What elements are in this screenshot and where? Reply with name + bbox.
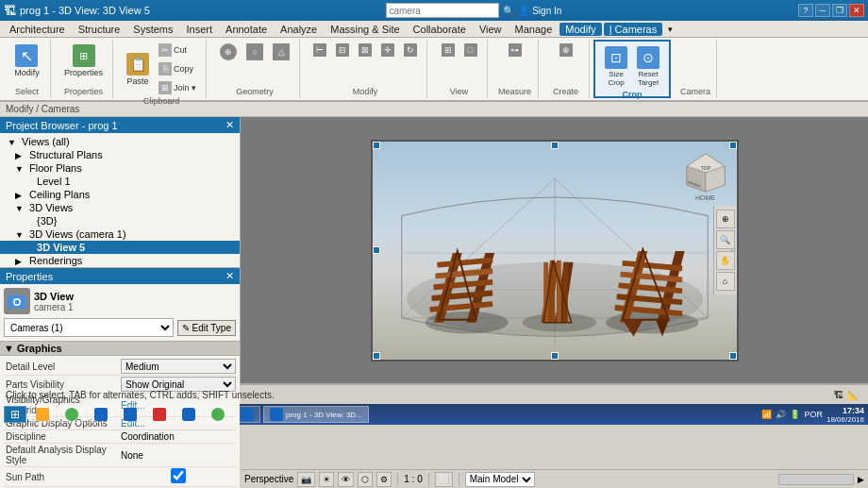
prop-row-sunpath: Sun Path [4, 467, 236, 487]
taskbar-revit[interactable] [88, 406, 114, 423]
properties-panel-close-icon[interactable]: ✕ [225, 270, 234, 282]
create-btn[interactable]: ⊕ [556, 42, 576, 59]
viewport-btn-sun[interactable]: ☀ [319, 472, 334, 487]
crop-handle-left[interactable] [373, 246, 380, 254]
vp-expand-icon[interactable]: ▶ [858, 475, 864, 484]
menu-modify[interactable]: Modify [559, 23, 601, 36]
prop-value-discipline: Coordination [117, 431, 236, 442]
properties-button[interactable]: ⊞ Properties [60, 42, 107, 80]
taskbar-chrome2[interactable] [205, 406, 231, 423]
menu-view[interactable]: View [474, 23, 508, 36]
geom-btn-3[interactable]: △ [269, 42, 293, 62]
viewport-btn-detail[interactable]: ⬜ [435, 472, 453, 487]
taskbar-active-revit[interactable]: prog 1 - 3D View: 3D... [263, 406, 369, 423]
move-button[interactable]: ✛ [377, 42, 398, 59]
tree-item-3dviews-cam[interactable]: ▼ 3D Views (camera 1) [0, 227, 240, 241]
tree-item-3dviews[interactable]: ▼ 3D Views [0, 201, 240, 214]
cut-button[interactable]: ✂ Cut [155, 42, 200, 59]
prop-value-sunpath[interactable] [117, 468, 236, 485]
viewport-btn-visibility[interactable]: 👁 [338, 472, 354, 487]
search-icon[interactable]: 🔍 [503, 6, 514, 16]
crop-handle-bottom[interactable] [551, 352, 559, 360]
crop-handle-top[interactable] [551, 142, 559, 149]
measure-btn[interactable]: ⊶ [505, 42, 526, 59]
viewport[interactable]: TOP FRONT HOME ⊕ 🔍 ✋ ⌂ [241, 117, 868, 383]
ribbon-group-crop-buttons: ⊡ SizeCrop ⊙ ResetTarget [601, 43, 663, 90]
tree-item-floor[interactable]: ▼ Floor Plans [0, 161, 240, 175]
align-button[interactable]: ⊢ [309, 42, 330, 59]
menu-manage[interactable]: Manage [509, 23, 559, 36]
tree-item-ceiling[interactable]: ▶ Ceiling Plans [0, 188, 240, 201]
tree-item-3dview5[interactable]: 3D View 5 [0, 241, 240, 254]
size-crop-button[interactable]: ⊡ SizeCrop [601, 43, 631, 90]
detail-level-select[interactable]: Medium [121, 359, 236, 374]
sunpath-checkbox[interactable] [121, 468, 236, 483]
geom-btn-2[interactable]: ○ [242, 42, 267, 62]
geom-btn-1[interactable]: ⊕ [216, 42, 241, 62]
taskbar-word[interactable] [234, 406, 260, 423]
menu-massing[interactable]: Massing & Site [325, 23, 405, 36]
minimize-button[interactable]: ─ [815, 4, 830, 17]
viewport-btn-camera[interactable]: 📷 [297, 472, 315, 487]
paste-button[interactable]: 📋 Paste [123, 50, 153, 89]
nav-zoom-button[interactable]: 🔍 [716, 230, 735, 249]
crop-handle-topright[interactable] [729, 142, 737, 149]
nav-home-button[interactable]: ⌂ [716, 272, 735, 291]
mirror-button[interactable]: ⊠ [355, 42, 376, 59]
taskbar-chrome[interactable] [58, 406, 85, 423]
view-btn-2[interactable]: □ [460, 42, 481, 59]
tree-toggle-renderings: ▶ [15, 257, 26, 266]
modify-button[interactable]: ↖ Modify [10, 42, 43, 80]
group-title-geometry: Geometry [236, 87, 274, 96]
tree-item-structural[interactable]: ▶ Structural Plans [0, 148, 240, 161]
tree-item-renderings[interactable]: ▶ Renderings [0, 254, 240, 267]
taskbar-explorer[interactable] [29, 406, 56, 423]
menu-insert[interactable]: Insert [181, 23, 219, 36]
crop-handle-topleft[interactable] [373, 142, 380, 149]
viewcube[interactable]: TOP FRONT HOME [682, 149, 729, 196]
taskbar-revit2[interactable] [117, 406, 143, 423]
menu-systems[interactable]: Systems [127, 23, 178, 36]
prop-label-sunpath: Sun Path [4, 472, 117, 482]
rotate-button[interactable]: ↻ [400, 42, 421, 59]
taskbar-indesign[interactable] [146, 406, 173, 423]
view-btn-1[interactable]: ⊞ [438, 42, 459, 59]
tree-item-views-all[interactable]: ▼ Views (all) [0, 135, 240, 148]
menu-analyze[interactable]: Analyze [275, 23, 323, 36]
crop-handle-bottomleft[interactable] [373, 352, 380, 360]
help-button[interactable]: ? [798, 4, 813, 17]
menu-cameras[interactable]: | Cameras [604, 23, 663, 36]
viewport-btn-settings[interactable]: ⚙ [376, 472, 392, 487]
edit-type-button[interactable]: ✎ Edit Type [177, 320, 236, 336]
menu-architecture[interactable]: Architecture [4, 23, 71, 36]
ribbon-group-properties: ⊞ Properties Properties [55, 40, 113, 98]
title-bar-right: ? ─ ❐ ✕ [798, 4, 864, 17]
group-title-camera: Camera [680, 87, 710, 96]
menu-annotate[interactable]: Annotate [220, 23, 273, 36]
ribbon-group-props-buttons: ⊞ Properties [60, 42, 107, 80]
taskbar-photoshop[interactable] [175, 406, 202, 423]
viewport-scrollbar[interactable] [778, 474, 854, 485]
restore-button[interactable]: ❐ [832, 4, 847, 17]
copy-button[interactable]: ⎘ Copy [155, 60, 200, 77]
viewport-btn-render[interactable]: ⬡ [358, 472, 373, 487]
graphics-section-header[interactable]: ▼ Graphics [0, 341, 240, 356]
crop-handle-bottomright[interactable] [729, 352, 737, 360]
project-browser-close-icon[interactable]: ✕ [225, 119, 234, 131]
ribbon-expand-icon[interactable]: ▾ [668, 25, 673, 34]
tree-item-3d[interactable]: {3D} [0, 214, 240, 227]
close-button[interactable]: ✕ [849, 4, 864, 17]
model-selector[interactable]: Main Model [465, 472, 535, 487]
menu-structure[interactable]: Structure [73, 23, 126, 36]
offset-button[interactable]: ⊟ [332, 42, 353, 59]
project-browser-title: Project Browser - prog 1 [6, 120, 118, 131]
menu-collaborate[interactable]: Collaborate [408, 23, 472, 36]
tree-item-level1[interactable]: Level 1 [0, 175, 240, 188]
nav-pan-button[interactable]: ✋ [716, 251, 735, 270]
reset-target-button[interactable]: ⊙ ResetTarget [633, 43, 663, 90]
nav-orbit-button[interactable]: ⊕ [716, 210, 735, 228]
start-button[interactable]: ⊞ [4, 406, 26, 423]
search-input[interactable] [386, 3, 499, 18]
join-button[interactable]: ⊞ Join ▾ [155, 79, 200, 96]
cameras-selector[interactable]: Cameras (1) [4, 318, 174, 337]
